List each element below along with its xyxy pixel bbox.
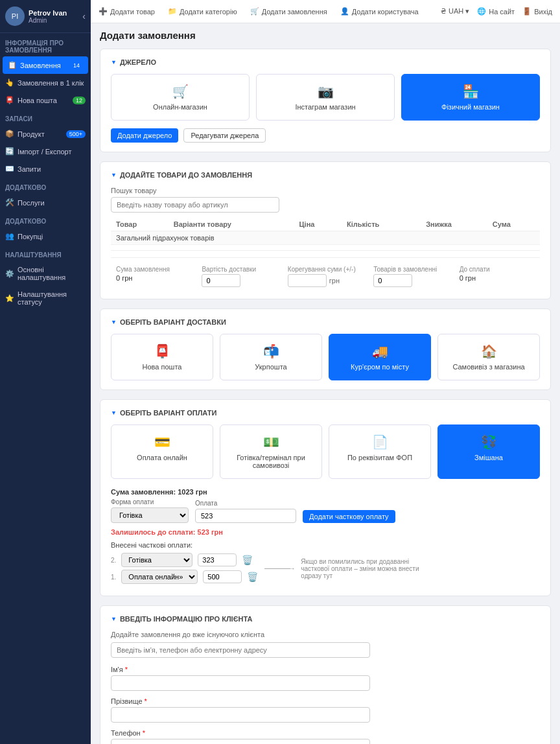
payment-form-select[interactable]: Готівка [111, 507, 189, 523]
partial-row-index-2: 1. [111, 574, 116, 581]
payment-section-title: ОБЕРІТЬ ВАРІАНТ ОПЛАТИ [111, 409, 540, 417]
delivery-cost-input[interactable] [202, 274, 240, 287]
delivery-nova-poshta[interactable]: 📮 Нова пошта [111, 334, 213, 380]
page-title: Додати замовлення [100, 30, 551, 41]
source-option-physical-label: Фізичний магазин [441, 103, 500, 111]
sidebar-item-requests-label: Запити [18, 165, 41, 173]
last-name-input[interactable] [111, 707, 370, 723]
mixed-payment-icon: 💱 [481, 434, 497, 450]
payment-online[interactable]: 💳 Оплата онлайн [111, 424, 213, 479]
delivery-ukrposhta[interactable]: 📬 Укрпошта [220, 334, 322, 380]
sidebar-item-import-export[interactable]: 🔄 Імпорт / Експорт [0, 143, 91, 160]
section-extra2-title: ДОДАТКОВО [0, 211, 91, 227]
sidebar-item-requests[interactable]: ✉️ Запити [0, 160, 91, 178]
first-name-input[interactable] [111, 675, 370, 691]
payment-amount-input[interactable] [195, 509, 296, 523]
online-store-icon: 🛒 [172, 84, 189, 99]
sidebar-item-main-settings[interactable]: ⚙️ Основні налаштування [0, 261, 91, 286]
table-header-row: Товар Варіанти товару Ціна Кількість Зни… [111, 218, 540, 231]
sidebar-item-nova-poshta-label: Нова пошта [18, 97, 57, 104]
product-search-area: Пошук товару [111, 187, 540, 213]
sidebar-item-status-settings[interactable]: ⭐ Налаштування статусу [0, 286, 91, 310]
goods-in-order-row [373, 274, 449, 287]
sidebar-toggle-icon[interactable]: ‹ [82, 11, 86, 21]
col-sum: Сума [487, 218, 540, 231]
order-sum-label: Сума замовлення [116, 266, 191, 273]
ukrposhta-icon: 📬 [263, 343, 279, 359]
partial-amount-input-1[interactable] [198, 553, 237, 566]
nova-poshta-icon: 📮 [5, 96, 14, 104]
sidebar-item-status-settings-label: Налаштування статусу [18, 290, 86, 306]
table-divider [111, 250, 540, 251]
orders-icon: 📋 [8, 61, 17, 69]
delivery-options: 📮 Нова пошта 📬 Укрпошта 🚚 Кур'єром по мі… [111, 334, 540, 380]
client-search-input[interactable] [111, 642, 370, 658]
add-user-icon: 👤 [340, 7, 349, 16]
sidebar-item-one-click[interactable]: 👆 Замовлення в 1 клік [0, 74, 91, 91]
delivery-courier-label: Кур'єром по місту [351, 363, 409, 371]
delete-partial-2-button[interactable]: 🗑️ [247, 572, 258, 582]
go-to-site-button[interactable]: 🌐 На сайт [477, 7, 515, 16]
sidebar-item-product-label: Продукт [18, 130, 45, 138]
goods-in-order-input[interactable] [373, 274, 412, 287]
summary-adjustment: Корегування суми (+/-) грн [283, 263, 368, 290]
add-order-button[interactable]: 🛒 Додати замовлення [250, 7, 327, 16]
phone-field: Телефон * [111, 729, 540, 744]
add-partial-payment-button[interactable]: Додати часткову оплату [303, 510, 395, 523]
add-user-button[interactable]: 👤 Додати користувача [340, 7, 419, 16]
add-category-button[interactable]: 📁 Додати категорію [168, 7, 237, 16]
profile-name: Petrov Ivan [29, 9, 82, 17]
order-sum-value: 0 грн [116, 274, 191, 282]
currency-selector[interactable]: ₴ UAH ▾ [441, 7, 469, 16]
pickup-icon: 🏠 [481, 343, 497, 359]
payment-mixed[interactable]: 💱 Змішана [438, 424, 540, 479]
add-user-label: Додати користувача [352, 8, 419, 16]
sidebar-item-services[interactable]: 🛠️ Послуги [0, 194, 91, 211]
sidebar-item-orders[interactable]: 📋 Замовлення 14 [3, 56, 88, 74]
partial-payments-with-hint: 2. Готівка 🗑️ 1. Оплата онлайн» 🗑️ [111, 553, 540, 587]
to-pay-label: До сплати [460, 266, 535, 273]
add-product-button[interactable]: ➕ Додати товар [99, 7, 155, 16]
add-order-label: Додати замовлення [262, 8, 327, 16]
delivery-courier[interactable]: 🚚 Кур'єром по місту [329, 334, 431, 380]
last-name-field: Прізвище * [111, 697, 540, 723]
services-icon: 🛠️ [5, 198, 14, 207]
topbar-actions: ➕ Додати товар 📁 Додати категорію 🛒 Дода… [99, 7, 419, 16]
section-reserves-title: ЗАПАСИ [0, 109, 91, 125]
order-sum-label-pay: Сума замовлення: [111, 488, 176, 496]
delete-partial-1-button[interactable]: 🗑️ [242, 555, 253, 565]
partial-method-select-2[interactable]: Оплата онлайн» [121, 570, 198, 584]
product-search-input[interactable] [111, 197, 279, 213]
edit-sources-button[interactable]: Редагувати джерела [183, 128, 266, 143]
first-name-field: Ім'я * [111, 666, 540, 691]
exit-button[interactable]: 🚪 Вихід [522, 7, 552, 16]
topbar-right: ₴ UAH ▾ 🌐 На сайт 🚪 Вихід [441, 7, 552, 16]
payment-cash[interactable]: 💵 Готівка/термінал при самовивозі [220, 424, 322, 479]
source-option-physical[interactable]: 🏪 Фізичний магазин [401, 74, 540, 121]
source-option-instagram[interactable]: 📷 Інстаграм магазин [256, 74, 395, 121]
delivery-pickup[interactable]: 🏠 Самовивіз з магазина [438, 334, 540, 380]
avatar: PI [5, 6, 25, 26]
sidebar-item-buyers[interactable]: 👥 Покупці [0, 227, 91, 245]
existing-client-hint: Додайте замовлення до вже існуючого кліє… [111, 631, 540, 638]
source-option-online[interactable]: 🛒 Онлайн-магазин [111, 74, 250, 121]
subtotal-label: Загальний підрахунок товарів [111, 231, 540, 245]
phone-label: Телефон * [111, 729, 540, 737]
delivery-ukrposhta-label: Укрпошта [255, 363, 286, 371]
col-variants: Варіанти товару [169, 218, 294, 231]
partial-amount-input-2[interactable] [203, 570, 242, 583]
col-price: Ціна [294, 218, 342, 231]
payment-fop[interactable]: 📄 По реквізитам ФОП [329, 424, 431, 479]
order-sum-value-pay: 1023 грн [178, 488, 207, 496]
adjustment-label: Корегування суми (+/-) [288, 266, 363, 273]
payment-sum-info: Сума замовлення: 1023 грн [111, 488, 540, 496]
add-source-button[interactable]: Додати джерело [111, 128, 178, 143]
sidebar-item-nova-poshta[interactable]: 📮 Нова пошта 12 [0, 91, 91, 109]
sidebar-item-main-settings-label: Основні налаштування [18, 266, 86, 281]
partial-payments: Внесені часткові оплати: 2. Готівка 🗑️ 1… [111, 541, 540, 587]
partial-method-select-1[interactable]: Готівка [121, 553, 192, 567]
remaining-label: Залишилось до сплати: [111, 528, 195, 536]
sidebar-item-product[interactable]: 📦 Продукт 500+ [0, 125, 91, 143]
adjustment-input[interactable] [288, 274, 327, 287]
phone-input[interactable] [111, 739, 370, 744]
